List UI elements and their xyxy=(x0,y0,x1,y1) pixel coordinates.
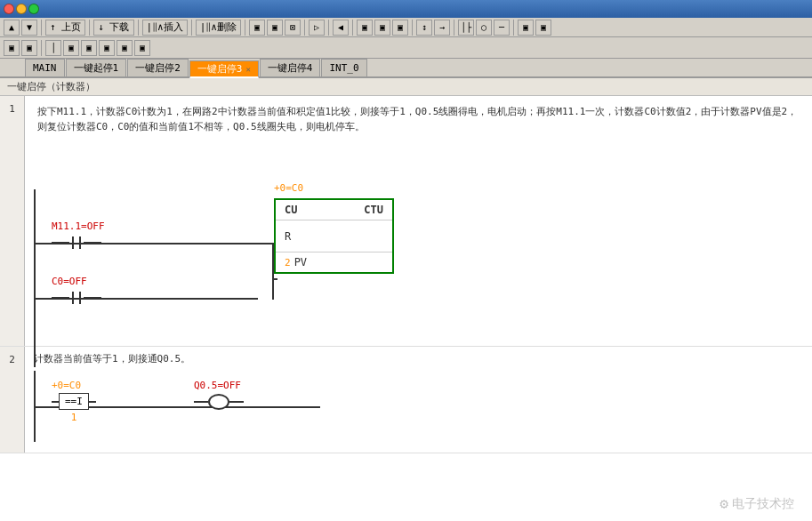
rung2-description: 计数器当前值等于1，则接通Q0.5。 xyxy=(34,352,803,365)
toolbar-icon-box3[interactable]: ⊠ xyxy=(285,20,301,36)
ladder-area: 一键启停（计数器） 1 按下M11.1，计数器C0计数为1，在网路2中计数器当前… xyxy=(0,78,812,521)
contact-c0: C0=OFF xyxy=(52,276,101,305)
m11-label: M11.1=OFF xyxy=(52,220,105,232)
rung2-content: 计数器当前值等于1，则接通Q0.5。 +0=C0 xyxy=(25,347,812,453)
ctu-name-label: CTU xyxy=(364,204,383,216)
compare-value: 1 xyxy=(52,412,96,423)
toolbar-btn-down[interactable]: ↓ 下载 xyxy=(93,20,133,36)
ctu-r-row: R xyxy=(276,220,392,252)
contact-m11: M11.1=OFF xyxy=(52,220,105,250)
coil-wrapper: Q0.5=OFF xyxy=(194,380,244,411)
coil-label: Q0.5=OFF xyxy=(194,380,244,391)
rung-number-1: 1 xyxy=(0,96,25,346)
coil-body xyxy=(194,393,244,411)
rung2-diagram: +0=C0 ==I 1 xyxy=(34,371,803,442)
toolbar-icon-box2[interactable]: ▣ xyxy=(267,20,283,36)
toolbar-icon-box5[interactable]: ▣ xyxy=(374,20,390,36)
toolbar2-icon3[interactable]: │ xyxy=(45,40,61,56)
close-button[interactable] xyxy=(4,4,14,14)
title-bar xyxy=(0,0,812,18)
tabs-bar: MAIN 一键起停1 一键启停2 一键启停3 ✕ 一键启停4 INT_0 xyxy=(0,59,812,78)
toolbar-btn-up[interactable]: ↑ 上页 xyxy=(45,20,85,36)
rung1-diagram: M11.1=OFF CU xyxy=(34,145,803,341)
m11-bar-right xyxy=(79,236,81,249)
rung-1: 1 按下M11.1，计数器C0计数为1，在网路2中计数器当前值和积定值1比较，则… xyxy=(0,96,812,347)
toolbar-icon-arrow2[interactable]: → xyxy=(434,20,450,36)
main-content: 一键启停（计数器） 1 按下M11.1，计数器C0计数为1，在网路2中计数器当前… xyxy=(0,78,812,521)
tab-1[interactable]: 一键起停1 xyxy=(66,59,127,76)
toolbar-icon-box4[interactable]: ▣ xyxy=(357,20,373,36)
window-controls xyxy=(4,4,39,14)
toolbar-icon-box7[interactable]: ▣ xyxy=(518,20,534,36)
toolbar-icon-box6[interactable]: ▣ xyxy=(392,20,408,36)
toolbar-btn-insert[interactable]: |∥∧插入 xyxy=(142,20,188,36)
ctu-header: CU CTU xyxy=(276,200,392,220)
m11-line-left xyxy=(52,242,69,244)
left-rail xyxy=(34,189,36,367)
toolbar-row2: ▣ ▣ │ ▣ ▣ ▣ ▣ ▣ xyxy=(0,37,812,58)
c0-bar-left xyxy=(72,292,74,304)
coil-line-right xyxy=(229,401,244,403)
c0-line-left xyxy=(52,297,69,299)
toolbar: ▲ ▼ ↑ 上页 ↓ 下载 |∥∧插入 |∥∧删除 ▣ ▣ ⊠ ▷ ◀ ▣ ▣ … xyxy=(0,18,812,59)
toolbar2-icon7[interactable]: ▣ xyxy=(117,40,133,56)
ctu-pv-num: 2 xyxy=(285,257,291,269)
compare-line-right xyxy=(89,401,96,403)
coil-line-left xyxy=(194,401,208,403)
toolbar2-icon1[interactable]: ▣ xyxy=(4,40,20,56)
ctu-block: CU CTU R 2 PV xyxy=(274,198,394,274)
c0-line-right xyxy=(84,297,101,299)
tab-int0[interactable]: INT_0 xyxy=(321,59,366,76)
toolbar2-icon2[interactable]: ▣ xyxy=(21,40,37,56)
minimize-button[interactable] xyxy=(16,4,27,14)
toolbar-icon-arrow1[interactable]: ↕ xyxy=(416,20,432,36)
ctu-pv-row: 2 PV xyxy=(276,252,392,272)
toolbar-icon-down[interactable]: ▼ xyxy=(21,20,37,36)
rail-to-ctu-top xyxy=(114,243,274,244)
tab-main[interactable]: MAIN xyxy=(25,59,65,76)
toolbar2-icon5[interactable]: ▣ xyxy=(81,40,97,56)
toolbar-icon-back[interactable]: ◀ xyxy=(333,20,349,36)
tab-4[interactable]: 一键启停4 xyxy=(260,59,321,76)
tab-2[interactable]: 一键启停2 xyxy=(127,59,189,76)
ctu-pv-label: PV xyxy=(294,256,307,269)
m11-bar-left xyxy=(72,236,74,249)
section-title: 一键启停（计数器） xyxy=(7,81,95,92)
rung1-description: 按下M11.1，计数器C0计数为1，在网路2中计数器当前值和积定值1比较，则接等… xyxy=(34,101,803,138)
toolbar-icon-contact[interactable]: │├ xyxy=(458,20,474,36)
watermark: ⚙ 电子技术控 xyxy=(720,495,794,512)
compare-symbol: ==I xyxy=(59,393,89,410)
toolbar2-icon8[interactable]: ▣ xyxy=(134,40,150,56)
tab-3[interactable]: 一键启停3 ✕ xyxy=(189,60,259,78)
maximize-button[interactable] xyxy=(28,4,39,14)
m11-line-right xyxy=(84,242,101,244)
ctu-top-label: +0=C0 xyxy=(274,182,303,194)
toolbar-row1: ▲ ▼ ↑ 上页 ↓ 下载 |∥∧插入 |∥∧删除 ▣ ▣ ⊠ ▷ ◀ ▣ ▣ … xyxy=(0,18,812,37)
toolbar-icon-dash[interactable]: ─ xyxy=(494,20,510,36)
toolbar-icon-play[interactable]: ▷ xyxy=(309,20,325,36)
toolbar-icon-box8[interactable]: ▣ xyxy=(535,20,551,36)
toolbar-icon-up[interactable]: ▲ xyxy=(4,20,20,36)
toolbar2-icon4[interactable]: ▣ xyxy=(63,40,79,56)
tab-close-3[interactable]: ✕ xyxy=(245,65,250,74)
toolbar2-icon6[interactable]: ▣ xyxy=(99,40,115,56)
c0-contact-body xyxy=(52,291,101,305)
compare-line-left xyxy=(52,401,59,403)
ctu-r-label: R xyxy=(285,230,291,243)
m11-contact-body xyxy=(52,236,105,250)
coil-circle xyxy=(208,394,229,410)
toolbar-icon-coil[interactable]: ○ xyxy=(476,20,492,36)
toolbar-icon-box1[interactable]: ▣ xyxy=(249,20,265,36)
c0-bar-right xyxy=(79,292,81,304)
compare-label: ==I xyxy=(65,396,83,407)
ctu-cu-label: CU xyxy=(285,204,297,216)
watermark-icon: ⚙ xyxy=(720,495,728,512)
toolbar-btn-delete[interactable]: |∥∧删除 xyxy=(196,20,241,36)
compare-c0-label: +0=C0 xyxy=(52,380,96,391)
compare-body: ==I xyxy=(52,393,96,410)
compare-block-wrapper: +0=C0 ==I 1 xyxy=(52,380,96,423)
rung-number-2: 2 xyxy=(0,347,25,453)
section-header: 一键启停（计数器） xyxy=(0,78,812,96)
rail-v-ctu xyxy=(272,243,274,300)
rung1-content: 按下M11.1，计数器C0计数为1，在网路2中计数器当前值和积定值1比较，则接等… xyxy=(25,96,812,346)
